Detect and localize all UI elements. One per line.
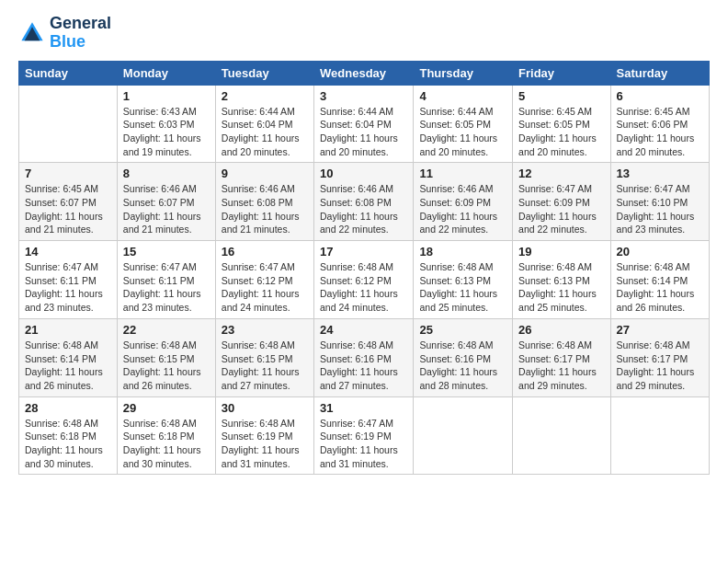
week-row-1: 1Sunrise: 6:43 AM Sunset: 6:03 PM Daylig… bbox=[19, 85, 710, 163]
day-detail: Sunrise: 6:47 AM Sunset: 6:19 PM Dayligh… bbox=[320, 417, 407, 471]
day-detail: Sunrise: 6:47 AM Sunset: 6:11 PM Dayligh… bbox=[123, 260, 210, 315]
day-number: 7 bbox=[25, 167, 111, 180]
day-cell: 30Sunrise: 6:48 AM Sunset: 6:19 PM Dayli… bbox=[215, 396, 313, 475]
day-cell: 2Sunrise: 6:44 AM Sunset: 6:04 PM Daylig… bbox=[215, 85, 313, 163]
day-detail: Sunrise: 6:45 AM Sunset: 6:07 PM Dayligh… bbox=[25, 182, 111, 236]
day-number: 8 bbox=[123, 167, 210, 180]
header-tuesday: Tuesday bbox=[215, 61, 313, 85]
day-number: 5 bbox=[518, 89, 604, 103]
day-cell: 22Sunrise: 6:48 AM Sunset: 6:15 PM Dayli… bbox=[117, 318, 215, 396]
day-cell: 26Sunrise: 6:48 AM Sunset: 6:17 PM Dayli… bbox=[513, 318, 610, 396]
day-detail: Sunrise: 6:44 AM Sunset: 6:04 PM Dayligh… bbox=[222, 105, 308, 159]
day-cell: 12Sunrise: 6:47 AM Sunset: 6:09 PM Dayli… bbox=[513, 163, 610, 241]
day-detail: Sunrise: 6:48 AM Sunset: 6:14 PM Dayligh… bbox=[25, 339, 111, 393]
day-detail: Sunrise: 6:45 AM Sunset: 6:05 PM Dayligh… bbox=[518, 105, 604, 159]
calendar-body: 1Sunrise: 6:43 AM Sunset: 6:03 PM Daylig… bbox=[19, 85, 710, 475]
day-number: 26 bbox=[518, 323, 604, 337]
day-cell: 20Sunrise: 6:48 AM Sunset: 6:14 PM Dayli… bbox=[610, 241, 709, 319]
day-number: 27 bbox=[617, 323, 703, 337]
day-number: 17 bbox=[320, 245, 407, 259]
day-detail: Sunrise: 6:46 AM Sunset: 6:08 PM Dayligh… bbox=[320, 182, 407, 236]
day-cell: 13Sunrise: 6:47 AM Sunset: 6:10 PM Dayli… bbox=[610, 163, 709, 241]
day-number: 15 bbox=[123, 245, 210, 259]
day-cell: 9Sunrise: 6:46 AM Sunset: 6:08 PM Daylig… bbox=[215, 163, 313, 241]
day-detail: Sunrise: 6:46 AM Sunset: 6:09 PM Dayligh… bbox=[419, 182, 506, 236]
day-number: 29 bbox=[123, 401, 210, 415]
day-number: 16 bbox=[222, 245, 308, 259]
day-number: 30 bbox=[222, 401, 308, 415]
day-number: 18 bbox=[419, 245, 506, 259]
header-wednesday: Wednesday bbox=[314, 61, 414, 85]
day-detail: Sunrise: 6:44 AM Sunset: 6:04 PM Dayligh… bbox=[320, 105, 407, 159]
day-number: 31 bbox=[320, 401, 407, 415]
day-cell: 16Sunrise: 6:47 AM Sunset: 6:12 PM Dayli… bbox=[215, 241, 313, 319]
day-detail: Sunrise: 6:48 AM Sunset: 6:13 PM Dayligh… bbox=[518, 260, 604, 315]
day-cell: 10Sunrise: 6:46 AM Sunset: 6:08 PM Dayli… bbox=[314, 163, 414, 241]
day-cell: 4Sunrise: 6:44 AM Sunset: 6:05 PM Daylig… bbox=[414, 85, 513, 163]
day-detail: Sunrise: 6:48 AM Sunset: 6:18 PM Dayligh… bbox=[25, 417, 111, 471]
day-number: 11 bbox=[419, 167, 506, 180]
day-cell: 23Sunrise: 6:48 AM Sunset: 6:15 PM Dayli… bbox=[215, 318, 313, 396]
day-cell: 28Sunrise: 6:48 AM Sunset: 6:18 PM Dayli… bbox=[19, 396, 118, 475]
day-cell: 29Sunrise: 6:48 AM Sunset: 6:18 PM Dayli… bbox=[117, 396, 215, 475]
day-cell: 21Sunrise: 6:48 AM Sunset: 6:14 PM Dayli… bbox=[19, 318, 118, 396]
day-number: 9 bbox=[222, 167, 308, 180]
header-friday: Friday bbox=[513, 61, 610, 85]
header-saturday: Saturday bbox=[610, 61, 709, 85]
day-cell: 14Sunrise: 6:47 AM Sunset: 6:11 PM Dayli… bbox=[19, 241, 118, 319]
day-cell: 1Sunrise: 6:43 AM Sunset: 6:03 PM Daylig… bbox=[117, 85, 215, 163]
week-row-3: 14Sunrise: 6:47 AM Sunset: 6:11 PM Dayli… bbox=[19, 241, 710, 319]
day-detail: Sunrise: 6:45 AM Sunset: 6:06 PM Dayligh… bbox=[617, 105, 703, 159]
day-number: 10 bbox=[320, 167, 407, 180]
day-cell: 7Sunrise: 6:45 AM Sunset: 6:07 PM Daylig… bbox=[19, 163, 118, 241]
day-detail: Sunrise: 6:48 AM Sunset: 6:12 PM Dayligh… bbox=[320, 260, 407, 315]
day-detail: Sunrise: 6:48 AM Sunset: 6:15 PM Dayligh… bbox=[123, 339, 210, 393]
day-number: 19 bbox=[518, 245, 604, 259]
calendar-table: SundayMondayTuesdayWednesdayThursdayFrid… bbox=[18, 61, 710, 476]
day-cell bbox=[414, 396, 513, 475]
day-detail: Sunrise: 6:48 AM Sunset: 6:16 PM Dayligh… bbox=[419, 339, 506, 393]
day-cell bbox=[513, 396, 610, 475]
header-thursday: Thursday bbox=[414, 61, 513, 85]
day-cell: 17Sunrise: 6:48 AM Sunset: 6:12 PM Dayli… bbox=[314, 241, 414, 319]
day-number: 2 bbox=[222, 89, 308, 103]
day-detail: Sunrise: 6:46 AM Sunset: 6:08 PM Dayligh… bbox=[222, 182, 308, 236]
day-number: 20 bbox=[617, 245, 703, 259]
day-cell: 6Sunrise: 6:45 AM Sunset: 6:06 PM Daylig… bbox=[610, 85, 709, 163]
day-number: 1 bbox=[123, 89, 210, 103]
day-detail: Sunrise: 6:48 AM Sunset: 6:19 PM Dayligh… bbox=[222, 417, 308, 471]
day-detail: Sunrise: 6:47 AM Sunset: 6:10 PM Dayligh… bbox=[617, 182, 703, 236]
header-sunday: Sunday bbox=[19, 61, 118, 85]
day-number: 28 bbox=[25, 401, 111, 415]
day-detail: Sunrise: 6:48 AM Sunset: 6:17 PM Dayligh… bbox=[617, 339, 703, 393]
page-container: General Blue SundayMondayTuesdayWednesda… bbox=[0, 0, 728, 484]
header-monday: Monday bbox=[117, 61, 215, 85]
day-number: 12 bbox=[518, 167, 604, 180]
day-number: 4 bbox=[419, 89, 506, 103]
logo-icon bbox=[18, 19, 46, 47]
day-cell: 27Sunrise: 6:48 AM Sunset: 6:17 PM Dayli… bbox=[610, 318, 709, 396]
day-number: 6 bbox=[617, 89, 703, 103]
day-cell bbox=[19, 85, 118, 163]
day-number: 22 bbox=[123, 323, 210, 337]
day-cell: 15Sunrise: 6:47 AM Sunset: 6:11 PM Dayli… bbox=[117, 241, 215, 319]
day-detail: Sunrise: 6:48 AM Sunset: 6:15 PM Dayligh… bbox=[222, 339, 308, 393]
day-cell: 18Sunrise: 6:48 AM Sunset: 6:13 PM Dayli… bbox=[414, 241, 513, 319]
day-cell: 19Sunrise: 6:48 AM Sunset: 6:13 PM Dayli… bbox=[513, 241, 610, 319]
day-number: 13 bbox=[617, 167, 703, 180]
day-detail: Sunrise: 6:47 AM Sunset: 6:12 PM Dayligh… bbox=[222, 260, 308, 315]
day-number: 24 bbox=[320, 323, 407, 337]
day-number: 23 bbox=[222, 323, 308, 337]
day-cell: 24Sunrise: 6:48 AM Sunset: 6:16 PM Dayli… bbox=[314, 318, 414, 396]
day-detail: Sunrise: 6:44 AM Sunset: 6:05 PM Dayligh… bbox=[419, 105, 506, 159]
week-row-4: 21Sunrise: 6:48 AM Sunset: 6:14 PM Dayli… bbox=[19, 318, 710, 396]
day-number: 14 bbox=[25, 245, 111, 259]
day-cell: 25Sunrise: 6:48 AM Sunset: 6:16 PM Dayli… bbox=[414, 318, 513, 396]
day-detail: Sunrise: 6:48 AM Sunset: 6:17 PM Dayligh… bbox=[518, 339, 604, 393]
day-detail: Sunrise: 6:48 AM Sunset: 6:16 PM Dayligh… bbox=[320, 339, 407, 393]
day-number: 3 bbox=[320, 89, 407, 103]
header: General Blue bbox=[18, 15, 710, 52]
day-cell: 8Sunrise: 6:46 AM Sunset: 6:07 PM Daylig… bbox=[117, 163, 215, 241]
day-cell: 5Sunrise: 6:45 AM Sunset: 6:05 PM Daylig… bbox=[513, 85, 610, 163]
day-number: 25 bbox=[419, 323, 506, 337]
